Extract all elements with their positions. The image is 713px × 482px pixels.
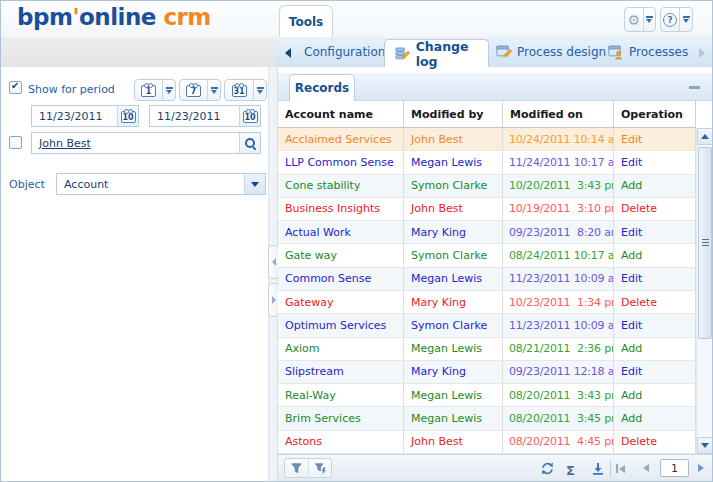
period-1-dropdown-button[interactable]	[162, 80, 175, 100]
table-row[interactable]: Cone stability Symon Clarke 10/20/2011 3…	[278, 175, 696, 198]
logo-part-bpm: bpm	[17, 4, 72, 30]
object-dropdown-button[interactable]	[244, 174, 265, 194]
filter-button[interactable]	[285, 459, 308, 477]
tab-label: Configuration	[304, 45, 385, 59]
cell-modified-by: Symon Clarke	[404, 244, 503, 266]
panel-splitter[interactable]	[268, 67, 278, 481]
tab-scroll-left-icon[interactable]	[285, 48, 291, 58]
cell-modified-on: 10/19/2011 3:10 pm	[503, 198, 614, 220]
refresh-button[interactable]	[540, 461, 555, 480]
period-1-day-button[interactable]: 1	[134, 79, 176, 101]
table-row[interactable]: Common Sense Megan Lewis 11/23/2011 10:0…	[278, 268, 696, 291]
gear-icon: ⚙	[628, 13, 641, 27]
page-number-input[interactable]: 1	[660, 459, 689, 477]
vertical-scrollbar[interactable]	[696, 128, 712, 454]
table-row[interactable]: Optimum Services Symon Clarke 11/23/2011…	[278, 314, 696, 337]
cell-account-name: Gate way	[278, 244, 404, 266]
help-icon: ?	[663, 13, 677, 27]
cell-modified-by: Mary King	[404, 361, 503, 383]
help-button[interactable]: ?	[660, 7, 693, 32]
table-row[interactable]: Brim Services Megan Lewis 08/20/2011 3:4…	[278, 407, 696, 430]
cell-operation: Delete	[614, 431, 696, 453]
date-from-picker-button[interactable]: 10	[117, 106, 138, 126]
refresh-icon	[540, 461, 555, 476]
cell-operation: Add	[614, 244, 696, 266]
tab-records[interactable]: Records	[289, 74, 355, 101]
table-row[interactable]: Actual Work Mary King 09/23/2011 8:20 am…	[278, 221, 696, 244]
process-design-icon	[496, 44, 512, 60]
table-row[interactable]: Acclaimed Services John Best 10/24/2011 …	[278, 128, 696, 151]
table-body: Acclaimed Services John Best 10/24/2011 …	[278, 128, 696, 454]
user-filter-field[interactable]: John Best	[31, 132, 261, 154]
change-log-icon	[395, 46, 410, 62]
cell-modified-by: Symon Clarke	[404, 314, 503, 336]
toolbar-divider	[610, 460, 611, 477]
date-to-field[interactable]: 11/23/2011 10	[149, 105, 261, 127]
date-from-value: 11/23/2011	[32, 110, 117, 123]
records-panel: Records Account name Modified by Modifie…	[278, 67, 713, 481]
settings-dropdown-button[interactable]	[643, 8, 655, 31]
table-row[interactable]: Gateway Mary King 10/23/2011 1:34 pm Del…	[278, 291, 696, 314]
first-page-button[interactable]	[616, 464, 625, 473]
cell-modified-on: 08/21/2011 2:36 pm	[503, 338, 614, 360]
filter-sidebar: Show for period 1 7 31 11/23/2011 10 11/…	[1, 67, 268, 481]
tab-configuration[interactable]: Configuration	[304, 37, 385, 67]
period-31-dropdown-button[interactable]	[253, 80, 266, 100]
arrow-down-icon	[701, 443, 709, 448]
object-dropdown[interactable]: Account	[56, 173, 266, 195]
cell-modified-by: Megan Lewis	[404, 338, 503, 360]
user-filter-checkbox[interactable]	[9, 136, 22, 149]
cell-modified-by: Mary King	[404, 291, 503, 313]
tab-strip: Configuration Change log	[275, 37, 713, 67]
table-row[interactable]: Astons John Best 08/20/2011 4:45 pm Dele…	[278, 431, 696, 454]
tools-tab[interactable]: Tools	[279, 5, 333, 37]
show-for-period-checkbox[interactable]	[9, 81, 22, 94]
period-31-days-button[interactable]: 31	[224, 79, 267, 101]
cell-account-name: Brim Services	[278, 407, 404, 429]
column-header-modified-on[interactable]: Modified on	[503, 101, 614, 127]
chevron-down-icon	[646, 16, 653, 23]
tab-processes[interactable]: Processes	[608, 37, 688, 67]
tab-scroll-right-icon[interactable]	[699, 48, 705, 58]
table-row[interactable]: Axiom Megan Lewis 08/21/2011 2:36 pm Add	[278, 338, 696, 361]
filter-icon	[290, 462, 303, 475]
user-filter-value[interactable]: John Best	[32, 137, 239, 150]
tab-label: Processes	[629, 45, 688, 59]
calendar-1-icon: 1	[141, 85, 156, 97]
next-page-button[interactable]	[698, 464, 704, 472]
previous-page-button[interactable]	[643, 464, 649, 472]
date-from-field[interactable]: 11/23/2011 10	[31, 105, 139, 127]
cell-modified-on: 11/24/2011 10:17 am	[503, 151, 614, 173]
quick-filter-button[interactable]	[308, 459, 331, 477]
date-to-picker-button[interactable]: 10	[239, 106, 260, 126]
app-logo: bpm'online crm	[17, 4, 211, 30]
header-band	[1, 37, 275, 67]
cell-modified-by: Megan Lewis	[404, 268, 503, 290]
table-row[interactable]: Slipstream Mary King 09/23/2011 12:18 am…	[278, 361, 696, 384]
settings-button[interactable]: ⚙	[624, 7, 656, 32]
table-row[interactable]: Real-Way Megan Lewis 08/20/2011 3:43 pm …	[278, 384, 696, 407]
table-row[interactable]: Business Insights John Best 10/19/2011 3…	[278, 198, 696, 221]
period-7-days-button[interactable]: 7	[179, 79, 221, 101]
column-header-operation[interactable]: Operation	[614, 101, 696, 127]
help-dropdown-button[interactable]	[679, 8, 692, 31]
tab-process-design[interactable]: Process design	[496, 37, 606, 67]
period-7-dropdown-button[interactable]	[207, 80, 220, 100]
arrow-left-icon	[619, 465, 625, 473]
table-row[interactable]: Gate way Symon Clarke 08/24/2011 10:17 a…	[278, 244, 696, 267]
export-button[interactable]	[591, 461, 605, 480]
minimize-icon[interactable]	[689, 86, 700, 89]
export-icon	[591, 462, 605, 476]
cell-modified-on: 09/23/2011 12:18 am	[503, 361, 614, 383]
user-search-button[interactable]	[239, 133, 260, 153]
scroll-down-button[interactable]	[697, 437, 713, 454]
column-header-account-name[interactable]: Account name	[278, 101, 404, 127]
scrollbar-thumb[interactable]	[698, 147, 712, 339]
summary-button[interactable]: Σ	[566, 460, 575, 479]
cell-operation: Edit	[614, 268, 696, 290]
cell-modified-on: 08/20/2011 3:43 pm	[503, 384, 614, 406]
table-row[interactable]: LLP Common Sense Megan Lewis 11/24/2011 …	[278, 151, 696, 174]
tab-change-log[interactable]: Change log	[384, 39, 489, 67]
scroll-up-button[interactable]	[697, 128, 713, 145]
column-header-modified-by[interactable]: Modified by	[404, 101, 503, 127]
